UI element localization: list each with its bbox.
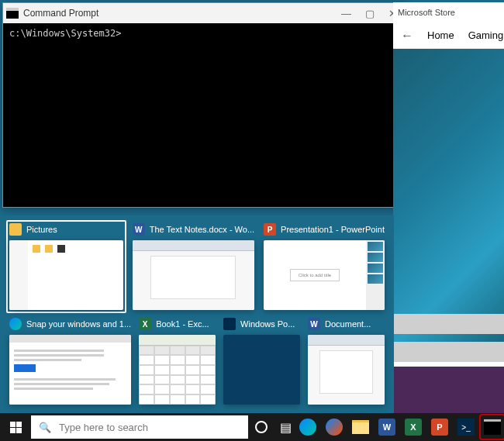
taskbar-explorer[interactable]: [349, 415, 372, 439]
store-card: [393, 342, 504, 362]
search-box[interactable]: 🔍 Type here to search: [31, 415, 248, 439]
store-banner: [393, 367, 504, 413]
command-prompt-text: c:\Windows\System32>: [9, 28, 122, 39]
thumb-label: The Text Notes.docx - Wo...: [150, 225, 254, 234]
start-button[interactable]: [0, 413, 31, 441]
search-placeholder: Type here to search: [59, 422, 148, 433]
powerpoint-icon: P: [264, 223, 276, 236]
word-icon: W: [308, 318, 320, 330]
explorer-icon: [352, 420, 369, 434]
store-title: Microsoft Store: [398, 8, 455, 17]
cortana-icon: [255, 421, 268, 433]
thumb-label: Book1 - Exc...: [156, 319, 209, 329]
windows-icon: [10, 422, 22, 433]
snap-thumb-edge[interactable]: Snap your windows and 1...: [9, 318, 131, 405]
edge-dev-icon: [326, 419, 343, 436]
snap-thumb-powerpoint[interactable]: P Presentation1 - PowerPoint Click to ad…: [264, 223, 385, 310]
thumb-label: Pictures: [26, 225, 57, 234]
command-prompt-title: Command Prompt: [23, 8, 98, 19]
command-prompt-window[interactable]: Command Prompt — ▢ ✕ c:\Windows\System32…: [2, 2, 406, 208]
taskbar-powerpoint[interactable]: P: [428, 415, 451, 439]
taskbar-cmd-highlighted[interactable]: [481, 415, 504, 439]
snap-thumb-document[interactable]: W Document...: [308, 318, 385, 405]
command-prompt-body[interactable]: c:\Windows\System32> ▲ ▼: [3, 23, 405, 207]
word-icon: W: [133, 223, 145, 236]
word-icon: W: [378, 419, 395, 436]
slide-placeholder: Click to add title: [290, 269, 340, 281]
thumb-label: Presentation1 - PowerPoint: [281, 225, 385, 234]
excel-icon: X: [405, 419, 422, 436]
thumb-preview: [133, 240, 254, 310]
thumb-label: Snap your windows and 1...: [26, 319, 131, 329]
command-prompt-icon: [484, 419, 501, 435]
store-titlebar[interactable]: Microsoft Store: [393, 2, 504, 22]
snap-thumb-powershell[interactable]: Windows Po...: [223, 318, 300, 405]
taskbar-edge[interactable]: [296, 415, 319, 439]
taskbar-excel[interactable]: X: [402, 415, 425, 439]
maximize-button[interactable]: ▢: [365, 8, 375, 19]
taskbar: 🔍 Type here to search ▤ W X P >_: [0, 413, 504, 441]
excel-icon: X: [139, 318, 151, 330]
microsoft-store-window[interactable]: Microsoft Store ← Home Gaming: [393, 2, 504, 413]
taskbar-edge-dev[interactable]: [323, 415, 346, 439]
snap-thumb-pictures[interactable]: Pictures: [6, 220, 126, 313]
tab-home[interactable]: Home: [427, 29, 454, 41]
store-nav: ← Home Gaming: [393, 22, 504, 49]
thumb-preview: [223, 335, 300, 405]
store-card: [393, 314, 504, 334]
snap-thumb-excel[interactable]: X Book1 - Exc...: [139, 318, 216, 405]
store-hero-image: [393, 49, 504, 362]
thumb-label: Document...: [325, 319, 371, 329]
thumb-preview: [139, 335, 216, 405]
taskbar-word[interactable]: W: [375, 415, 399, 439]
thumb-preview: Click to add title: [264, 240, 385, 310]
thumb-label: Windows Po...: [240, 319, 295, 329]
back-button[interactable]: ←: [401, 29, 413, 43]
powerpoint-icon: P: [431, 419, 448, 436]
task-view-button[interactable]: ▤: [274, 420, 296, 435]
edge-icon: [9, 318, 22, 330]
thumb-preview: [9, 335, 131, 405]
taskbar-powershell[interactable]: >_: [454, 415, 478, 439]
store-cards: [393, 292, 504, 362]
powershell-icon: [223, 318, 236, 330]
snap-assist-grid: Pictures W The Text Notes.docx - Wo... P…: [0, 215, 394, 413]
thumb-preview: [9, 240, 123, 310]
explorer-icon: [9, 223, 22, 236]
command-prompt-titlebar[interactable]: Command Prompt — ▢ ✕: [3, 3, 405, 23]
command-prompt-icon: [6, 8, 19, 19]
thumb-preview: [308, 335, 385, 405]
cortana-button[interactable]: [248, 421, 274, 433]
edge-icon: [299, 419, 316, 436]
powershell-icon: >_: [457, 419, 475, 436]
minimize-button[interactable]: —: [341, 8, 351, 19]
search-icon: 🔍: [39, 422, 51, 433]
tab-gaming[interactable]: Gaming: [468, 29, 504, 41]
snap-thumb-word[interactable]: W The Text Notes.docx - Wo...: [133, 223, 254, 310]
